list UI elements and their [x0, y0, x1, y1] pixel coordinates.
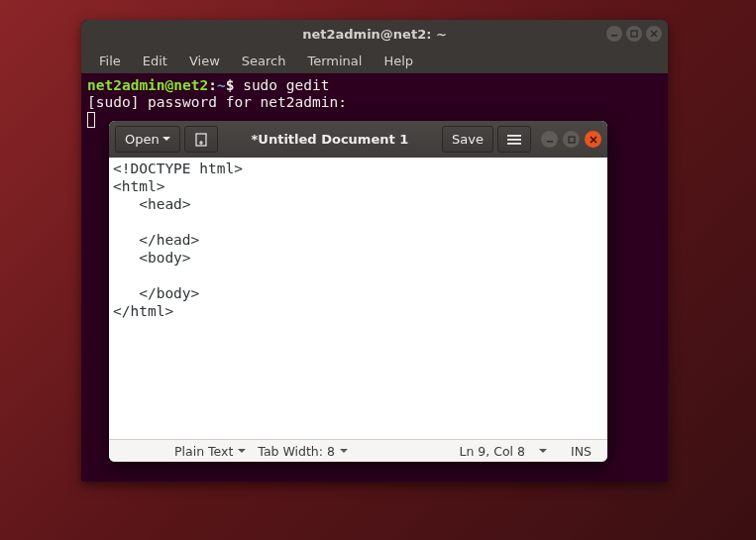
cursor-icon: [87, 112, 95, 128]
hamburger-menu-button[interactable]: [497, 126, 531, 153]
new-document-button[interactable]: [184, 126, 218, 153]
new-document-icon: [194, 133, 208, 147]
menu-help[interactable]: Help: [374, 51, 423, 71]
prompt-dollar: $: [226, 77, 235, 93]
terminal-line-2: [sudo] password for net2admin:: [87, 94, 662, 111]
gedit-close-icon[interactable]: [585, 131, 601, 148]
hamburger-icon: [507, 135, 521, 145]
open-button-label: Open: [125, 132, 160, 147]
overwrite-selector[interactable]: [531, 449, 565, 453]
prompt-path: ~: [217, 77, 226, 93]
svg-rect-3: [507, 135, 521, 137]
gedit-window-controls: [541, 131, 601, 148]
svg-rect-0: [611, 35, 617, 37]
svg-rect-6: [547, 141, 553, 143]
terminal-command: sudo gedit: [243, 77, 329, 93]
gedit-maximize-icon[interactable]: [563, 131, 580, 148]
gedit-minimize-icon[interactable]: [541, 131, 558, 148]
tabwidth-label: Tab Width: 8: [258, 444, 335, 459]
gedit-statusbar: Plain Text Tab Width: 8 Ln 9, Col 8 INS: [109, 439, 607, 462]
save-button-label: Save: [452, 132, 484, 147]
menu-search[interactable]: Search: [232, 51, 296, 71]
insert-mode-label: INS: [571, 444, 592, 459]
terminal-menubar: File Edit View Search Terminal Help: [81, 48, 668, 73]
minimize-icon[interactable]: [606, 26, 622, 42]
gedit-editor[interactable]: <!DOCTYPE html> <html> <head> </head> <b…: [109, 158, 607, 439]
gedit-window: Open *Untitled Document 1 Save: [109, 121, 607, 462]
chevron-down-icon: [238, 449, 246, 453]
insert-mode[interactable]: INS: [565, 444, 597, 459]
open-button[interactable]: Open: [115, 126, 180, 153]
language-label: Plain Text: [174, 444, 233, 459]
terminal-line-1: net2admin@net2:~$ sudo gedit: [87, 77, 662, 94]
chevron-down-icon: [539, 449, 547, 453]
svg-rect-4: [507, 139, 521, 141]
terminal-titlebar[interactable]: net2admin@net2: ~: [81, 20, 668, 48]
terminal-window-controls: [606, 26, 662, 42]
svg-rect-5: [507, 143, 521, 145]
close-icon[interactable]: [646, 26, 662, 42]
chevron-down-icon: [340, 449, 348, 453]
gedit-title: *Untitled Document 1: [222, 132, 438, 147]
prompt-userhost: net2admin@net2: [87, 77, 208, 93]
menu-edit[interactable]: Edit: [133, 51, 177, 71]
gedit-headerbar[interactable]: Open *Untitled Document 1 Save: [109, 121, 607, 158]
menu-file[interactable]: File: [89, 51, 131, 71]
prompt-colon: :: [208, 77, 217, 93]
svg-rect-7: [569, 137, 575, 143]
menu-view[interactable]: View: [179, 51, 230, 71]
cursor-position: Ln 9, Col 8: [453, 444, 531, 459]
chevron-down-icon: [162, 137, 170, 142]
terminal-title: net2admin@net2: ~: [302, 27, 447, 42]
language-selector[interactable]: Plain Text: [168, 444, 252, 459]
tabwidth-selector[interactable]: Tab Width: 8: [252, 444, 354, 459]
svg-rect-1: [631, 31, 637, 37]
position-label: Ln 9, Col 8: [459, 444, 525, 459]
menu-terminal[interactable]: Terminal: [297, 51, 372, 71]
maximize-icon[interactable]: [626, 26, 642, 42]
save-button[interactable]: Save: [442, 126, 493, 153]
